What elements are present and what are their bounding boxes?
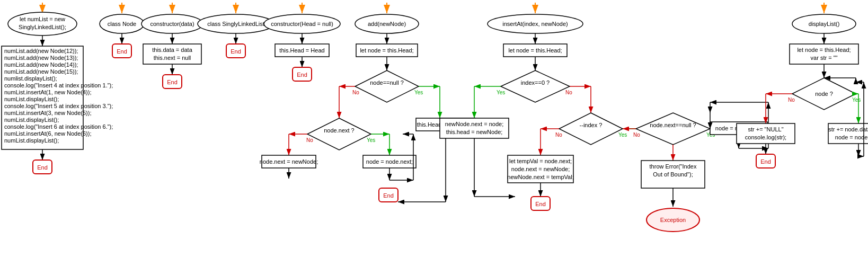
- end-3-text: End: [167, 79, 178, 85]
- code-line-5: numlist.displayList();: [4, 75, 57, 82]
- code-line-8: numList.displayList();: [4, 96, 59, 102]
- throw-error-text1: throw Error("Index: [650, 163, 697, 170]
- add-diamond-1: [355, 70, 419, 102]
- displaylist-text: displayList(): [809, 21, 840, 27]
- display-null-text1: str += "NULL": [748, 126, 783, 132]
- code-line-14: numList.displayList();: [4, 137, 59, 144]
- end-2-text: End: [117, 48, 127, 55]
- insertat-head-text1: newNode.next = node;: [445, 121, 503, 127]
- display-append-text2: node = node.next;: [835, 134, 868, 140]
- code-line-13: numList.insertAt(6, new Node(6));: [4, 130, 91, 137]
- display-null-text2: console.log(str);: [745, 134, 786, 140]
- display-yes-label: Yes: [852, 97, 861, 103]
- class-node-text: class Node: [108, 21, 136, 27]
- class-sll-text: class SinglyLinkedList: [207, 21, 264, 27]
- add-diamond-1-text: node==null ?: [370, 79, 404, 86]
- insertat-no2-label: No: [555, 132, 562, 138]
- flowchart-svg: let numList = new SinglyLinkedList(); nu…: [0, 0, 868, 266]
- code-line-10: numList.insertAt(3, new Node(5));: [4, 110, 91, 116]
- node-next-newnode-text: node.next = newNode;: [260, 158, 318, 165]
- end-5-text: End: [297, 72, 307, 78]
- node-equal-next-text: node = node.next;: [366, 158, 413, 165]
- display-append-text1: str += node.data + "->";: [828, 126, 868, 132]
- display-no-label: No: [788, 97, 795, 103]
- add-no-label: No: [352, 90, 359, 95]
- display-init-text1: let node = this.Head;: [797, 47, 851, 53]
- display-diamond-text: node ?: [815, 91, 833, 97]
- insertat-diamond-3: [636, 113, 710, 145]
- insertat-tempval-text1: let tempVal = node.next;: [509, 158, 572, 164]
- this-data-text: this.data = data: [152, 47, 192, 53]
- end-8-text: End: [760, 158, 771, 165]
- code-line-11: numList.displayList();: [4, 117, 59, 123]
- insertat-yes1-label: Yes: [497, 90, 505, 95]
- exception-text: Exception: [660, 217, 686, 223]
- code-line-9: console.log("Insert 5 at index position …: [4, 103, 113, 109]
- insertat-tempval-text2: node.next = newNode;: [511, 166, 570, 172]
- insertat-let-node-text: let node = this.Head;: [508, 47, 562, 54]
- insertat-no3-label: No: [633, 132, 640, 138]
- code-line-3: numList.add(new Node(14));: [4, 61, 78, 68]
- add-no2-label: No: [306, 137, 313, 143]
- display-init-text2: var str = "": [811, 55, 838, 61]
- end-7-text: End: [535, 201, 546, 207]
- insertat-diamond-3-text: node.next==null ?: [650, 122, 696, 128]
- end-1-text: End: [37, 164, 48, 171]
- code-line-2: numList.add(new Node(13));: [4, 55, 78, 61]
- constructor-head-text: constructor(Head = null): [271, 21, 333, 27]
- code-line-12: console.log("Insert 6 at index position …: [4, 123, 113, 130]
- add-yes2-label: Yes: [367, 137, 375, 143]
- insertat-diamond-1: [501, 70, 570, 102]
- add-diamond-2-text: node.next ?: [324, 127, 355, 134]
- start-oval-1-text: let numList = new: [20, 16, 65, 22]
- add-yes-label: Yes: [414, 90, 423, 95]
- code-line-4: numList.add(new Node(15));: [4, 68, 78, 75]
- this-next-text: this.next = null: [154, 55, 191, 61]
- code-line-6: console.log("Insert 4 at index position …: [4, 82, 113, 88]
- this-head-text: this.Head = Head: [279, 47, 324, 54]
- insertat-tempval-text3: newNode.next = tempVal;: [507, 174, 573, 180]
- insertat-diamond-2-text: --index ?: [580, 122, 603, 128]
- add-diamond-2: [307, 118, 371, 150]
- add-text: add(newNode): [368, 21, 406, 27]
- insertat-text: insertAt(index, newNode): [502, 21, 568, 27]
- insertat-diamond-2: [559, 113, 623, 145]
- end-6-text: End: [383, 192, 394, 199]
- constructor-data-text: constructor(data): [150, 21, 194, 27]
- insertat-head-text2: this.head = newNode;: [446, 129, 503, 135]
- code-line-7: numList.insertAt(1, new Node(4));: [4, 89, 91, 95]
- end-4-text: End: [231, 48, 241, 55]
- insertat-no1-label: No: [565, 90, 572, 95]
- start-oval-1-text2: SinglyLinkedList();: [19, 24, 66, 30]
- insertat-yes2-label: Yes: [618, 132, 627, 138]
- code-line-1: numList.add(new Node(12));: [4, 48, 78, 54]
- add-let-node-text: let node = this.Head;: [360, 47, 413, 54]
- insertat-diamond-1-text: index==0 ?: [521, 79, 550, 86]
- throw-error-text2: Out of Bound");: [653, 171, 693, 178]
